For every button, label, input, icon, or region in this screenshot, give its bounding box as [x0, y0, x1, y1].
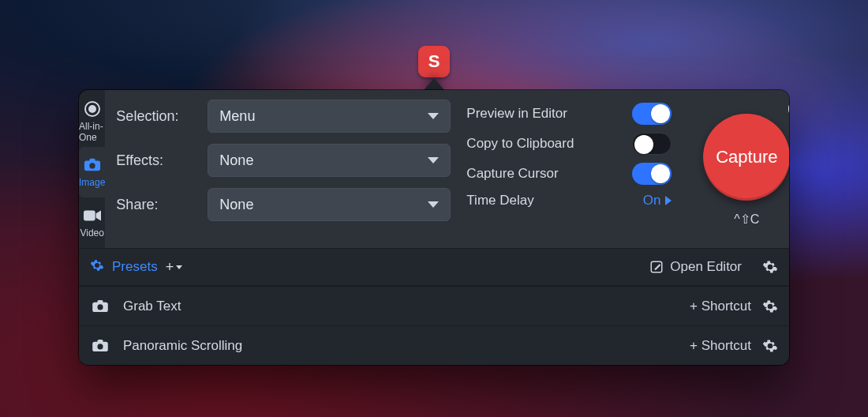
svg-rect-3: [89, 159, 95, 163]
selection-label: Selection:: [111, 108, 198, 125]
svg-marker-6: [95, 211, 100, 221]
mode-label: All-in-One: [79, 121, 105, 143]
capture-column: Capture ^⇧C: [687, 100, 789, 235]
camera-icon: [90, 340, 110, 352]
gear-icon: [762, 299, 778, 314]
menubar-app-icon[interactable]: S: [418, 46, 450, 77]
open-editor-label: Open Editor: [670, 259, 742, 275]
add-shortcut-button[interactable]: + Shortcut: [690, 338, 751, 354]
presets-gear-icon: [90, 258, 104, 276]
toggles-column: Preview in Editor Copy to Clipboard Capt…: [466, 100, 672, 235]
presets-label[interactable]: Presets: [112, 259, 158, 275]
capture-button-label: Capture: [716, 147, 777, 167]
capture-shortcut: ^⇧C: [734, 212, 759, 227]
effects-label: Effects:: [111, 152, 198, 169]
capture-cursor-row: Capture Cursor: [466, 163, 672, 185]
chevron-down-icon: [176, 265, 182, 269]
share-dropdown[interactable]: None: [208, 188, 451, 221]
delay-value: On: [643, 193, 661, 208]
camera-icon: [84, 156, 101, 174]
svg-point-10: [97, 304, 103, 310]
capture-button[interactable]: Capture: [703, 114, 789, 201]
mode-image[interactable]: Image: [79, 147, 105, 197]
share-value: None: [219, 197, 253, 213]
svg-rect-12: [97, 340, 103, 343]
svg-rect-9: [97, 300, 103, 303]
mode-all-in-one[interactable]: All-in-One: [79, 96, 105, 147]
selection-value: Menu: [219, 108, 255, 125]
preset-settings-button[interactable]: [762, 338, 778, 354]
share-row: Share: None: [111, 188, 451, 221]
chevron-down-icon: [428, 157, 439, 163]
presets-header: Presets + Open Editor: [79, 248, 789, 286]
camera-icon: [90, 300, 110, 313]
svg-point-1: [88, 105, 96, 113]
video-icon: [84, 207, 101, 224]
copy-to-clipboard-toggle[interactable]: [632, 133, 672, 155]
mode-video[interactable]: Video: [79, 197, 105, 248]
chevron-down-icon: [428, 113, 439, 119]
mode-label: Video: [80, 227, 103, 239]
share-label: Share:: [111, 197, 198, 213]
popover-pointer: [423, 78, 445, 91]
open-editor-icon: [649, 260, 664, 274]
preview-label: Preview in Editor: [466, 106, 567, 122]
preview-in-editor-toggle[interactable]: [632, 103, 672, 125]
svg-point-4: [89, 163, 95, 168]
cursor-label: Capture Cursor: [466, 166, 558, 182]
all-in-one-icon: [84, 100, 101, 118]
preset-panoramic-scrolling[interactable]: Panoramic Scrolling + Shortcut: [79, 325, 789, 365]
add-shortcut-button[interactable]: + Shortcut: [690, 299, 751, 314]
chevron-right-icon: [665, 196, 672, 205]
mode-tabs: All-in-One Image Video: [79, 90, 105, 248]
gear-icon: [762, 259, 778, 275]
selection-row: Selection: Menu: [111, 100, 451, 133]
svg-point-13: [97, 344, 103, 349]
gear-icon: [762, 338, 778, 354]
add-preset-button[interactable]: +: [166, 259, 183, 276]
time-delay-button[interactable]: On: [643, 193, 672, 208]
chevron-down-icon: [428, 201, 439, 208]
refresh-icon: [788, 100, 789, 118]
copy-to-clipboard-row: Copy to Clipboard: [466, 133, 672, 155]
menubar-app-glyph: S: [428, 51, 440, 72]
editor-settings-button[interactable]: [762, 259, 778, 275]
capture-cursor-toggle[interactable]: [632, 163, 672, 185]
open-editor-button[interactable]: Open Editor: [649, 259, 742, 275]
delay-label: Time Delay: [466, 193, 533, 208]
preset-label: Panoramic Scrolling: [123, 338, 242, 354]
preset-label: Grab Text: [123, 299, 181, 314]
main-options: Selection: Menu Effects: None Share:: [105, 90, 789, 248]
reset-button[interactable]: [787, 98, 789, 120]
mode-label: Image: [79, 177, 105, 188]
top-section: All-in-One Image Video Selection:: [79, 90, 789, 248]
preview-in-editor-row: Preview in Editor: [466, 103, 672, 125]
capture-popover: All-in-One Image Video Selection:: [79, 90, 789, 365]
effects-dropdown[interactable]: None: [208, 144, 451, 177]
clipboard-label: Copy to Clipboard: [466, 136, 574, 152]
time-delay-row: Time Delay On: [466, 193, 672, 208]
effects-row: Effects: None: [111, 144, 451, 177]
preset-settings-button[interactable]: [762, 299, 778, 314]
selection-dropdown[interactable]: Menu: [208, 100, 451, 133]
preset-grab-text[interactable]: Grab Text + Shortcut: [79, 286, 789, 325]
effects-value: None: [219, 152, 253, 169]
settings-column: Selection: Menu Effects: None Share:: [111, 100, 451, 235]
svg-rect-5: [84, 211, 95, 221]
